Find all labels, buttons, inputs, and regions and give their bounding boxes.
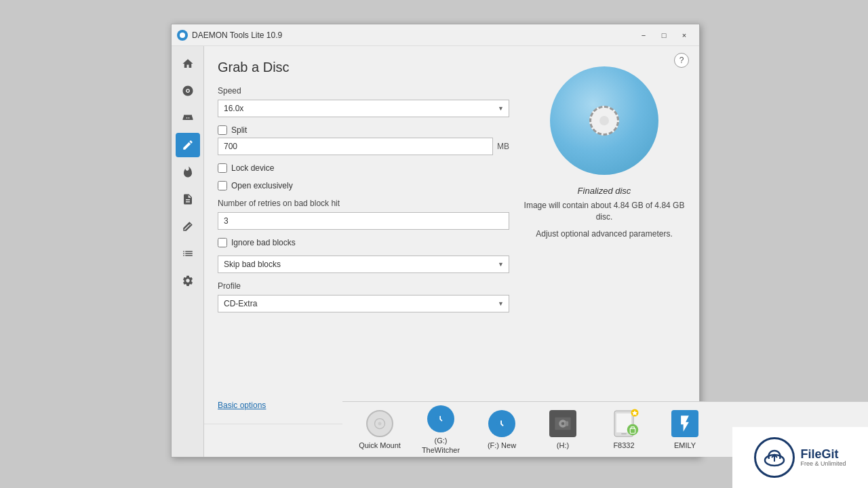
retries-label: Number of retries on bad block hit <box>218 199 509 208</box>
help-button[interactable]: ? <box>674 53 689 68</box>
app-icon <box>177 30 188 41</box>
content-area: Grab a Disc Speed 16.0x <box>204 46 699 457</box>
close-button[interactable]: × <box>675 28 694 42</box>
emily-lightning-icon <box>675 414 694 433</box>
filegit-circle <box>754 437 795 478</box>
h-drive-label: (H:) <box>557 441 569 450</box>
svg-point-2 <box>378 422 382 425</box>
quick-mount-circle <box>366 410 393 437</box>
split-group: Split MB <box>218 125 509 155</box>
split-label[interactable]: Split <box>231 125 247 135</box>
retries-group: Number of retries on bad block hit <box>218 199 509 230</box>
filegit-watermark: FileGit Free & Unlimited <box>732 427 868 488</box>
drive-circle-g <box>427 405 454 432</box>
disc-hole <box>599 116 609 125</box>
eraser-icon <box>182 220 194 232</box>
open-exclusively-label[interactable]: Open exclusively <box>231 181 293 190</box>
speed-select[interactable]: 16.0x <box>218 100 509 117</box>
taskbar-item-f8332[interactable]: F8332 <box>593 405 654 454</box>
split-input[interactable] <box>218 138 493 155</box>
settings-icon <box>182 274 194 287</box>
window-title: DAEMON Tools Lite 10.9 <box>192 30 634 40</box>
disc-inner <box>589 106 619 136</box>
taskbar-item-emily[interactable]: EMILY <box>654 405 715 454</box>
sidebar-item-list[interactable] <box>176 241 200 266</box>
lock-device-checkbox[interactable] <box>218 163 227 173</box>
retries-input[interactable] <box>218 212 509 230</box>
window-controls: − □ × <box>634 28 694 42</box>
taskbar-item-g-thewatcher[interactable]: (G:)TheWitcher <box>410 400 471 458</box>
taskbar-item-f-new[interactable]: (F:) New <box>471 405 532 454</box>
sidebar-item-settings[interactable] <box>176 268 200 293</box>
sidebar <box>172 46 204 457</box>
filegit-tagline: Free & Unlimited <box>800 460 846 467</box>
profile-select-wrapper: CD-Extra <box>218 295 509 312</box>
emily-label: EMILY <box>674 441 696 450</box>
minimize-button[interactable]: − <box>634 28 653 42</box>
speed-group: Speed 16.0x <box>218 86 509 117</box>
disc-info: Finalized disc Image will contain about … <box>523 186 686 239</box>
profile-label: Profile <box>218 281 509 291</box>
drive-arrow-icon <box>434 412 448 426</box>
disc-advanced: Adjust optional advanced parameters. <box>523 228 686 240</box>
h-drive-icon <box>548 409 578 439</box>
disc-drive-svg <box>553 414 572 433</box>
speed-label: Speed <box>218 86 509 96</box>
sidebar-item-file[interactable] <box>176 187 200 211</box>
taskbar-item-quick-mount[interactable]: Quick Mount <box>349 405 410 454</box>
open-exclusively-checkbox[interactable] <box>218 181 227 190</box>
disc-drive-box <box>549 410 576 437</box>
flame-icon <box>182 166 194 178</box>
disc-visual <box>550 66 658 175</box>
g-drive-label: (G:)TheWitcher <box>422 436 460 454</box>
disc-small-icon <box>373 417 387 430</box>
form-panel: Grab a Disc Speed 16.0x <box>218 60 509 410</box>
file-icon <box>182 193 194 205</box>
svg-point-7 <box>561 422 565 426</box>
window-body: Grab a Disc Speed 16.0x <box>172 46 699 457</box>
home-icon <box>182 58 194 70</box>
filegit-logo: FileGit Free & Unlimited <box>754 437 846 478</box>
f8332-label: F8332 <box>613 441 634 450</box>
sidebar-item-home[interactable] <box>176 52 200 76</box>
skip-select[interactable]: Skip bad blocks <box>218 256 509 273</box>
lock-device-label[interactable]: Lock device <box>231 163 274 173</box>
taskbar-item-h-disc[interactable]: (H:) <box>532 405 593 454</box>
sidebar-item-edit[interactable] <box>176 133 200 157</box>
edit-icon <box>182 139 194 151</box>
sidebar-item-disc[interactable] <box>176 79 200 103</box>
f8332-wrapper <box>609 409 639 439</box>
speed-select-wrapper: 16.0x <box>218 100 509 117</box>
maximize-button[interactable]: □ <box>654 28 673 42</box>
svg-point-0 <box>180 33 185 38</box>
sidebar-item-flame[interactable] <box>176 160 200 184</box>
ignore-bad-blocks-row: Ignore bad blocks <box>218 238 509 247</box>
filegit-name: FileGit <box>800 448 846 460</box>
skip-select-wrapper: Skip bad blocks <box>218 256 509 273</box>
ignore-bad-blocks-checkbox[interactable] <box>218 238 227 247</box>
lock-device-row: Lock device <box>218 163 509 173</box>
disc-description: Image will contain about 4.84 GB of 4.84… <box>523 200 686 223</box>
disc-status: Finalized disc <box>523 186 686 196</box>
svg-rect-11 <box>621 433 627 434</box>
ignore-bad-blocks-label[interactable]: Ignore bad blocks <box>231 238 296 247</box>
f-drive-label: (F:) New <box>488 441 516 450</box>
quick-mount-label: Quick Mount <box>359 441 401 450</box>
filegit-cloud-icon <box>761 444 788 471</box>
android-badge <box>627 424 639 436</box>
emily-icon <box>670 409 700 439</box>
profile-select[interactable]: CD-Extra <box>218 295 509 312</box>
spacer <box>218 321 509 392</box>
split-checkbox[interactable] <box>218 125 227 135</box>
sidebar-item-eraser[interactable] <box>176 214 200 239</box>
emily-icon-box <box>671 410 698 437</box>
titlebar: DAEMON Tools Lite 10.9 − □ × <box>172 24 699 46</box>
svg-rect-8 <box>566 421 569 426</box>
profile-group: Profile CD-Extra <box>218 281 509 312</box>
star-badge <box>631 409 639 417</box>
filegit-text-block: FileGit Free & Unlimited <box>800 448 846 467</box>
main-window: DAEMON Tools Lite 10.9 − □ × <box>171 24 700 458</box>
disc-icon <box>182 85 194 97</box>
sidebar-item-drive[interactable] <box>176 106 200 130</box>
drive-circle-f <box>488 410 515 437</box>
